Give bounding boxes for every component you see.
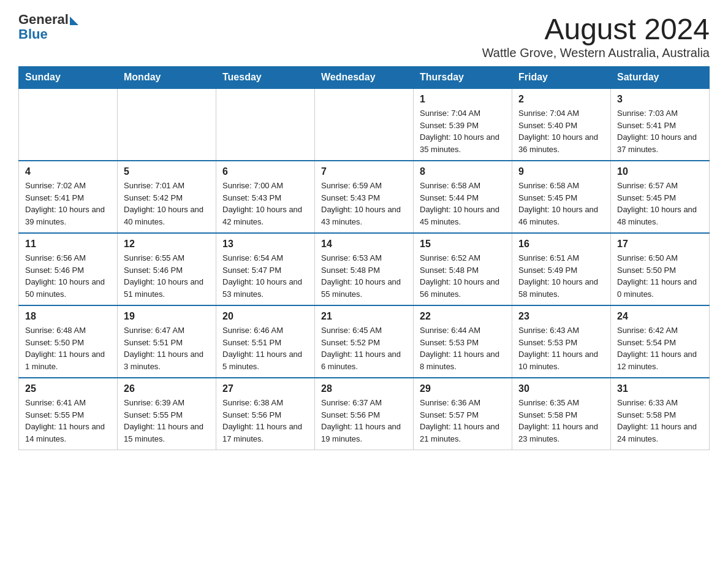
calendar-cell: 22Sunrise: 6:44 AMSunset: 5:53 PMDayligh… — [414, 305, 512, 378]
day-number: 25 — [25, 383, 111, 394]
day-info: Sunrise: 6:43 AMSunset: 5:53 PMDaylight:… — [518, 324, 604, 372]
day-number: 22 — [420, 311, 506, 322]
day-number: 29 — [420, 383, 506, 394]
calendar-cell — [19, 88, 118, 161]
calendar-cell: 31Sunrise: 6:33 AMSunset: 5:58 PMDayligh… — [611, 378, 710, 450]
day-info: Sunrise: 6:33 AMSunset: 5:58 PMDaylight:… — [617, 397, 703, 445]
day-number: 6 — [222, 166, 308, 177]
calendar-cell: 23Sunrise: 6:43 AMSunset: 5:53 PMDayligh… — [512, 305, 611, 378]
calendar-cell: 15Sunrise: 6:52 AMSunset: 5:48 PMDayligh… — [414, 233, 512, 305]
day-number: 17 — [617, 239, 703, 250]
day-number: 30 — [518, 383, 604, 394]
calendar-day-header: Wednesday — [315, 67, 414, 89]
calendar-week-row: 25Sunrise: 6:41 AMSunset: 5:55 PMDayligh… — [19, 378, 710, 450]
day-number: 10 — [617, 166, 703, 177]
calendar-cell: 9Sunrise: 6:58 AMSunset: 5:45 PMDaylight… — [512, 161, 611, 233]
calendar-cell: 25Sunrise: 6:41 AMSunset: 5:55 PMDayligh… — [19, 378, 118, 450]
calendar-cell: 7Sunrise: 6:59 AMSunset: 5:43 PMDaylight… — [315, 161, 414, 233]
calendar-cell: 16Sunrise: 6:51 AMSunset: 5:49 PMDayligh… — [512, 233, 611, 305]
day-info: Sunrise: 6:47 AMSunset: 5:51 PMDaylight:… — [124, 324, 210, 372]
day-info: Sunrise: 6:52 AMSunset: 5:48 PMDaylight:… — [420, 252, 506, 300]
calendar-week-row: 4Sunrise: 7:02 AMSunset: 5:41 PMDaylight… — [19, 161, 710, 233]
calendar-day-header: Monday — [118, 67, 216, 89]
day-info: Sunrise: 6:38 AMSunset: 5:56 PMDaylight:… — [222, 397, 308, 445]
calendar-cell: 1Sunrise: 7:04 AMSunset: 5:39 PMDaylight… — [414, 88, 512, 161]
calendar-cell: 12Sunrise: 6:55 AMSunset: 5:46 PMDayligh… — [118, 233, 216, 305]
day-info: Sunrise: 6:42 AMSunset: 5:54 PMDaylight:… — [617, 324, 703, 372]
day-info: Sunrise: 6:50 AMSunset: 5:50 PMDaylight:… — [617, 252, 703, 300]
day-number: 21 — [321, 311, 407, 322]
day-info: Sunrise: 6:54 AMSunset: 5:47 PMDaylight:… — [222, 252, 308, 300]
calendar-week-row: 1Sunrise: 7:04 AMSunset: 5:39 PMDaylight… — [19, 88, 710, 161]
day-info: Sunrise: 6:53 AMSunset: 5:48 PMDaylight:… — [321, 252, 407, 300]
day-info: Sunrise: 6:58 AMSunset: 5:44 PMDaylight:… — [420, 180, 506, 228]
calendar-week-row: 11Sunrise: 6:56 AMSunset: 5:46 PMDayligh… — [19, 233, 710, 305]
calendar-day-header: Thursday — [414, 67, 512, 89]
calendar-cell: 19Sunrise: 6:47 AMSunset: 5:51 PMDayligh… — [118, 305, 216, 378]
calendar-cell: 24Sunrise: 6:42 AMSunset: 5:54 PMDayligh… — [611, 305, 710, 378]
page-subtitle: Wattle Grove, Western Australia, Austral… — [482, 46, 710, 60]
day-number: 4 — [25, 166, 111, 177]
day-number: 19 — [124, 311, 210, 322]
day-info: Sunrise: 6:48 AMSunset: 5:50 PMDaylight:… — [25, 324, 111, 372]
day-number: 27 — [222, 383, 308, 394]
day-info: Sunrise: 6:46 AMSunset: 5:51 PMDaylight:… — [222, 324, 308, 372]
day-number: 7 — [321, 166, 407, 177]
logo-blue: Blue — [18, 27, 78, 42]
calendar-table: SundayMondayTuesdayWednesdayThursdayFrid… — [18, 66, 710, 450]
day-number: 28 — [321, 383, 407, 394]
calendar-cell: 4Sunrise: 7:02 AMSunset: 5:41 PMDaylight… — [19, 161, 118, 233]
calendar-cell: 26Sunrise: 6:39 AMSunset: 5:55 PMDayligh… — [118, 378, 216, 450]
calendar-day-header: Sunday — [19, 67, 118, 89]
day-info: Sunrise: 6:55 AMSunset: 5:46 PMDaylight:… — [124, 252, 210, 300]
day-number: 11 — [25, 239, 111, 250]
day-info: Sunrise: 7:00 AMSunset: 5:43 PMDaylight:… — [222, 180, 308, 228]
day-info: Sunrise: 6:44 AMSunset: 5:53 PMDaylight:… — [420, 324, 506, 372]
calendar-cell — [216, 88, 315, 161]
day-number: 20 — [222, 311, 308, 322]
calendar-cell: 8Sunrise: 6:58 AMSunset: 5:44 PMDaylight… — [414, 161, 512, 233]
day-number: 5 — [124, 166, 210, 177]
day-info: Sunrise: 7:04 AMSunset: 5:40 PMDaylight:… — [518, 107, 604, 155]
day-info: Sunrise: 7:01 AMSunset: 5:42 PMDaylight:… — [124, 180, 210, 228]
day-info: Sunrise: 6:39 AMSunset: 5:55 PMDaylight:… — [124, 397, 210, 445]
calendar-header-row: SundayMondayTuesdayWednesdayThursdayFrid… — [19, 67, 710, 89]
calendar-cell: 14Sunrise: 6:53 AMSunset: 5:48 PMDayligh… — [315, 233, 414, 305]
calendar-week-row: 18Sunrise: 6:48 AMSunset: 5:50 PMDayligh… — [19, 305, 710, 378]
day-info: Sunrise: 6:35 AMSunset: 5:58 PMDaylight:… — [518, 397, 604, 445]
day-info: Sunrise: 7:02 AMSunset: 5:41 PMDaylight:… — [25, 180, 111, 228]
day-number: 26 — [124, 383, 210, 394]
calendar-cell: 29Sunrise: 6:36 AMSunset: 5:57 PMDayligh… — [414, 378, 512, 450]
calendar-day-header: Friday — [512, 67, 611, 89]
calendar-cell: 13Sunrise: 6:54 AMSunset: 5:47 PMDayligh… — [216, 233, 315, 305]
day-number: 31 — [617, 383, 703, 394]
day-number: 14 — [321, 239, 407, 250]
day-info: Sunrise: 7:04 AMSunset: 5:39 PMDaylight:… — [420, 107, 506, 155]
day-info: Sunrise: 6:59 AMSunset: 5:43 PMDaylight:… — [321, 180, 407, 228]
page-title: August 2024 — [482, 12, 710, 46]
calendar-cell: 20Sunrise: 6:46 AMSunset: 5:51 PMDayligh… — [216, 305, 315, 378]
calendar-cell — [118, 88, 216, 161]
calendar-cell: 21Sunrise: 6:45 AMSunset: 5:52 PMDayligh… — [315, 305, 414, 378]
day-info: Sunrise: 6:57 AMSunset: 5:45 PMDaylight:… — [617, 180, 703, 228]
calendar-cell: 27Sunrise: 6:38 AMSunset: 5:56 PMDayligh… — [216, 378, 315, 450]
day-number: 13 — [222, 239, 308, 250]
page-header: General Blue August 2024 Wattle Grove, W… — [18, 12, 710, 60]
day-info: Sunrise: 6:36 AMSunset: 5:57 PMDaylight:… — [420, 397, 506, 445]
day-number: 18 — [25, 311, 111, 322]
day-number: 2 — [518, 94, 604, 105]
logo-triangle-icon — [70, 17, 78, 25]
calendar-cell: 10Sunrise: 6:57 AMSunset: 5:45 PMDayligh… — [611, 161, 710, 233]
logo: General Blue — [18, 12, 78, 42]
calendar-cell: 6Sunrise: 7:00 AMSunset: 5:43 PMDaylight… — [216, 161, 315, 233]
calendar-day-header: Saturday — [611, 67, 710, 89]
calendar-cell: 11Sunrise: 6:56 AMSunset: 5:46 PMDayligh… — [19, 233, 118, 305]
day-info: Sunrise: 7:03 AMSunset: 5:41 PMDaylight:… — [617, 107, 703, 155]
day-number: 15 — [420, 239, 506, 250]
day-info: Sunrise: 6:37 AMSunset: 5:56 PMDaylight:… — [321, 397, 407, 445]
calendar-cell: 5Sunrise: 7:01 AMSunset: 5:42 PMDaylight… — [118, 161, 216, 233]
day-number: 3 — [617, 94, 703, 105]
title-block: August 2024 Wattle Grove, Western Austra… — [482, 12, 710, 60]
calendar-cell: 3Sunrise: 7:03 AMSunset: 5:41 PMDaylight… — [611, 88, 710, 161]
day-info: Sunrise: 6:45 AMSunset: 5:52 PMDaylight:… — [321, 324, 407, 372]
